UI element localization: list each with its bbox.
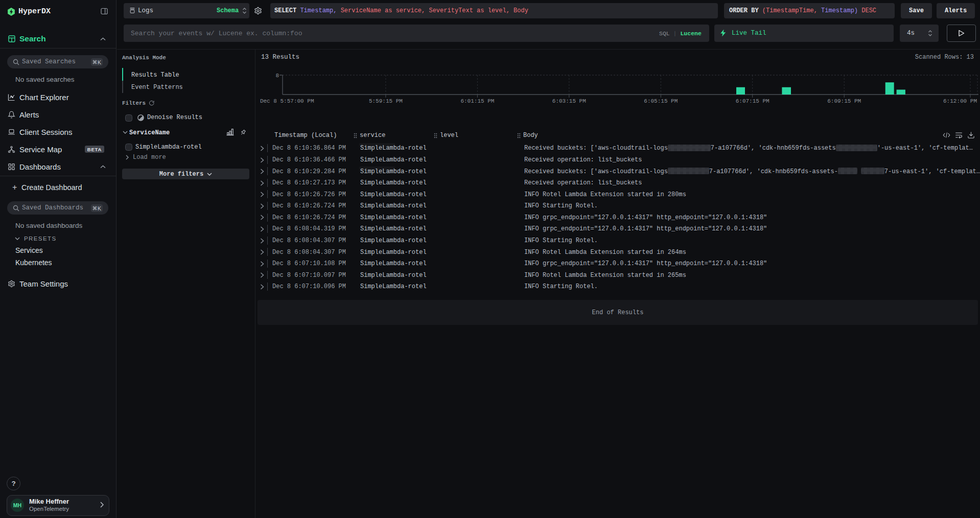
svg-text:6:03:15 PM: 6:03:15 PM: [552, 98, 586, 104]
svg-text:5:59:15 PM: 5:59:15 PM: [369, 98, 403, 104]
svg-text:8: 8: [275, 73, 279, 79]
svg-text:6:05:15 PM: 6:05:15 PM: [644, 98, 678, 104]
svg-text:6:07:15 PM: 6:07:15 PM: [736, 98, 769, 104]
svg-text:Dec 8 5:57:00 PM: Dec 8 5:57:00 PM: [260, 98, 314, 104]
svg-text:6:12:00 PM: 6:12:00 PM: [943, 98, 977, 104]
svg-text:6:01:15 PM: 6:01:15 PM: [460, 98, 494, 104]
svg-text:6:09:15 PM: 6:09:15 PM: [827, 98, 861, 104]
